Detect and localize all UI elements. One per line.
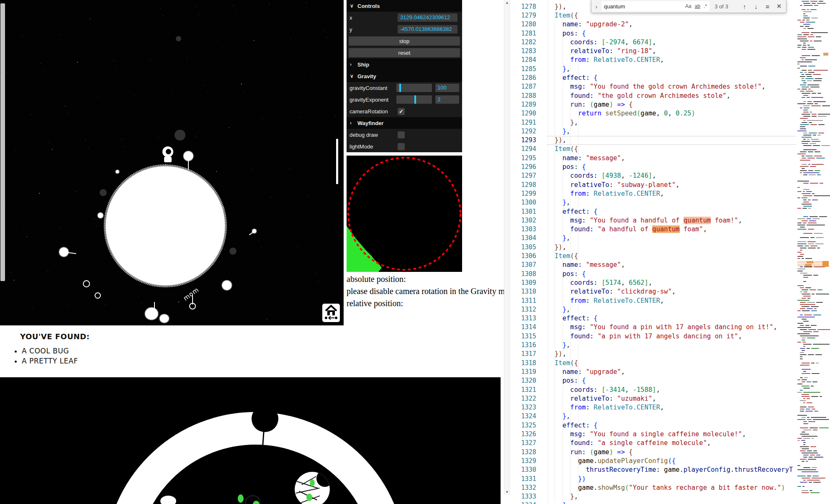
find-input[interactable]: quantum Aa ab .*: [601, 1, 709, 11]
space-bubble: [175, 130, 185, 141]
gravity-exponent-row: gravityExponent 2: [347, 94, 462, 105]
floor-blob: [160, 496, 176, 504]
find-previous-icon[interactable]: ↑: [740, 3, 749, 10]
find-query[interactable]: quantum: [604, 3, 682, 10]
find-next-icon[interactable]: ↓: [751, 3, 761, 10]
page-scrollbar[interactable]: ▲ ▼: [504, 0, 510, 495]
scribble-planet: [295, 472, 330, 504]
plant: [98, 213, 103, 218]
page-scrollbar-thumb[interactable]: [0, 3, 5, 281]
chevron-right-icon: ›: [350, 120, 354, 126]
radar-minimap: [347, 156, 462, 272]
found-item: A COOL BUG: [22, 347, 308, 355]
plant: [116, 170, 119, 173]
space-bubble: [229, 248, 236, 255]
found-list: A COOL BUG A PRETTY LEAF: [15, 347, 308, 365]
plant-stem: [67, 252, 76, 254]
find-close-icon[interactable]: ✕: [774, 3, 784, 10]
ring-dome: [252, 405, 278, 432]
x-label: x: [349, 15, 398, 21]
gravity-exponent-slider[interactable]: [396, 95, 432, 104]
plant: [145, 308, 158, 320]
game-canvas-planet[interactable]: mom: [0, 0, 344, 325]
home-icon: [324, 304, 338, 322]
gravity-constant-value[interactable]: 100: [435, 84, 459, 92]
code-minimap[interactable]: [797, 0, 830, 504]
code-editor[interactable]: 1278}),1279Item({1280 name: "upgrade-2",…: [510, 0, 797, 504]
light-mode-label: lightMode: [349, 143, 398, 150]
folder-gravity[interactable]: ∨ Gravity: [347, 70, 462, 82]
find-results-count: 3 of 3: [714, 3, 737, 10]
overview-ruler-match: [822, 261, 829, 267]
found-section: YOU'VE FOUND: A COOL BUG A PRETTY LEAF: [15, 330, 308, 367]
chevron-down-icon: ∨: [350, 73, 354, 79]
find-widget: › quantum Aa ab .* 3 of 3 ↑ ↓ ≡ ✕: [591, 0, 786, 13]
debug-draw-checkbox[interactable]: [398, 131, 405, 138]
space-bubble: [100, 189, 107, 196]
chevron-down-icon: ∨: [350, 3, 354, 9]
planet: [106, 166, 225, 285]
y-label: y: [349, 26, 398, 33]
radar-explored-region: [347, 226, 382, 272]
found-heading: YOU'VE FOUND:: [20, 332, 308, 341]
debug-draw-row: debug draw: [347, 129, 462, 141]
x-row: x 3129.046242309612: [347, 12, 462, 23]
gravity-exponent-value[interactable]: 2: [435, 95, 459, 104]
minimap-match-highlight: [805, 264, 812, 266]
panel-title-label: Controls: [357, 3, 380, 9]
plant: [222, 281, 231, 290]
regex-icon[interactable]: .*: [704, 3, 707, 9]
folder-wayfinder[interactable]: › Wayfinder: [347, 117, 462, 129]
folder-gravity-label: Gravity: [357, 73, 376, 79]
astronaut-player: [162, 146, 175, 164]
panel-title-controls[interactable]: ∨ Controls: [347, 0, 462, 12]
find-in-selection-icon[interactable]: ≡: [763, 3, 772, 10]
minimap-match-highlight: [807, 261, 813, 264]
scroll-down-icon[interactable]: ▼: [504, 490, 510, 494]
reset-button[interactable]: reset: [349, 48, 460, 57]
find-expand-icon[interactable]: ›: [594, 3, 599, 10]
y-row: y -4570.013863686382: [347, 23, 462, 35]
folder-ship-label: Ship: [357, 61, 369, 68]
plant: [189, 303, 196, 310]
plant: [83, 280, 90, 287]
app-screen: mom YOU'VE FOUND: A COOL BUG A PRETTY LE…: [0, 0, 830, 504]
folder-ship[interactable]: › Ship: [347, 59, 462, 70]
home-button[interactable]: [322, 304, 340, 322]
gravity-constant-slider[interactable]: [396, 84, 432, 92]
chevron-right-icon: ›: [350, 61, 354, 67]
plant: [160, 315, 169, 322]
scroll-up-icon[interactable]: ▲: [504, 1, 510, 5]
folder-wayfinder-label: Wayfinder: [357, 120, 383, 126]
fuel-bar: [336, 139, 338, 184]
green-item: [238, 494, 244, 503]
relative-position-label: relative position:: [347, 299, 403, 308]
stop-button[interactable]: stop: [349, 36, 460, 46]
whole-word-icon[interactable]: ab: [695, 3, 700, 9]
overview-ruler-match: [823, 53, 828, 56]
gravity-exponent-label: gravityExponent: [349, 97, 396, 103]
space-bubble: [176, 36, 181, 41]
debug-draw-label: debug draw: [349, 132, 398, 138]
light-mode-checkbox[interactable]: [398, 143, 405, 150]
plant: [59, 248, 68, 256]
planet-label: mom: [182, 286, 200, 302]
camera-rotation-row: cameraRotation ✓: [347, 105, 462, 117]
y-value-field[interactable]: -4570.013863686382: [398, 25, 457, 33]
x-value-field[interactable]: 3129.046242309612: [398, 13, 457, 22]
light-mode-row: lightMode: [347, 141, 462, 152]
gravity-constant-label: gravityConstant: [349, 85, 396, 91]
camera-rotation-label: cameraRotation: [349, 108, 398, 115]
camera-rotation-warning: please disable camera rotation in the Gr…: [347, 287, 520, 296]
plant-stem: [188, 160, 189, 170]
plant: [252, 229, 256, 233]
plant: [95, 292, 101, 299]
gravity-constant-row: gravityConstant 100: [347, 82, 462, 94]
game-canvas-interior[interactable]: [0, 377, 501, 504]
dandelion: [184, 151, 193, 161]
absolute-position-label: absolute position:: [347, 274, 406, 284]
radar-boundary-circle: [348, 158, 460, 270]
match-case-icon[interactable]: Aa: [685, 3, 691, 9]
camera-rotation-checkbox[interactable]: ✓: [398, 108, 405, 115]
found-item: A PRETTY LEAF: [22, 357, 308, 365]
